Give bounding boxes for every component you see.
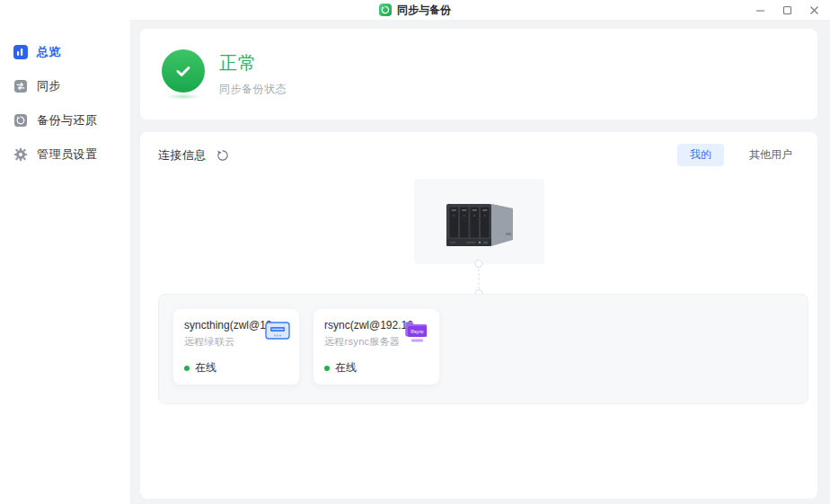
sync-icon — [13, 79, 28, 93]
device-status: 在线 — [184, 360, 290, 376]
tab-other-users[interactable]: 其他用户 — [737, 144, 805, 166]
overview-icon — [13, 45, 28, 59]
sidebar: 总览 同步 备份与还原 — [0, 20, 131, 504]
tab-mine[interactable]: 我的 — [677, 144, 724, 166]
status-title: 正常 — [219, 51, 287, 75]
sidebar-item-admin-settings[interactable]: 管理员设置 — [0, 137, 130, 172]
connection-header: 连接信息 我的 其他用户 — [140, 144, 817, 166]
backup-restore-icon — [13, 113, 28, 128]
nas-illustration — [436, 186, 522, 258]
minimize-icon[interactable] — [751, 1, 769, 19]
device-card-syncthing[interactable]: syncthing(zwl@19... — [173, 309, 299, 385]
connection-title: 连接信息 — [158, 147, 207, 164]
remote-devices-group: syncthing(zwl@19... — [158, 294, 808, 404]
window-controls — [751, 0, 823, 20]
maximize-icon[interactable] — [778, 1, 796, 19]
sidebar-item-label: 备份与还原 — [37, 112, 98, 128]
connection-diagram: syncthing(zwl@19... — [140, 166, 817, 499]
success-check-icon — [162, 49, 205, 93]
refresh-icon[interactable] — [216, 148, 230, 163]
status-subtitle: 同步备份状态 — [219, 82, 287, 97]
status-card: 正常 同步备份状态 — [140, 29, 817, 119]
sidebar-item-backup-restore[interactable]: 备份与还原 — [0, 103, 130, 137]
rsync-icon-label: Rsync — [411, 329, 424, 334]
gear-icon — [13, 147, 28, 162]
app-sync-icon — [379, 4, 392, 16]
close-icon[interactable] — [805, 1, 823, 19]
connection-link — [140, 264, 817, 294]
online-dot — [324, 366, 330, 371]
status-check-wrap — [162, 49, 205, 100]
sidebar-item-label: 管理员设置 — [37, 146, 98, 163]
sidebar-item-overview[interactable]: 总览 — [0, 35, 130, 69]
titlebar-title-group: 同步与备份 — [379, 3, 451, 18]
check-shadow — [165, 93, 201, 100]
ugreen-cloud-icon — [264, 318, 291, 345]
sync-arrows-glyph — [381, 5, 390, 14]
online-label: 在线 — [195, 360, 216, 376]
device-card-rsync[interactable]: rsync(zwl@192.16... Rsync 远程rsync服务器 — [313, 309, 439, 385]
online-dot — [184, 366, 190, 371]
connection-card: 连接信息 我的 其他用户 — [140, 132, 817, 499]
main-content: 正常 同步备份状态 连接信息 我的 其他用户 — [131, 20, 830, 504]
online-label: 在线 — [335, 360, 357, 376]
window-title: 同步与备份 — [397, 3, 451, 18]
link-node-top — [475, 260, 483, 268]
rsync-folder-icon: Rsync — [404, 318, 431, 345]
sidebar-item-sync[interactable]: 同步 — [0, 69, 130, 103]
user-filter-tabs: 我的 其他用户 — [677, 144, 805, 166]
device-status: 在线 — [324, 360, 430, 376]
app-window: 同步与备份 总览 — [0, 0, 830, 504]
nas-device-image — [414, 179, 544, 264]
sidebar-item-label: 总览 — [37, 44, 61, 60]
titlebar: 同步与备份 — [0, 0, 830, 20]
sidebar-item-label: 同步 — [37, 78, 61, 94]
